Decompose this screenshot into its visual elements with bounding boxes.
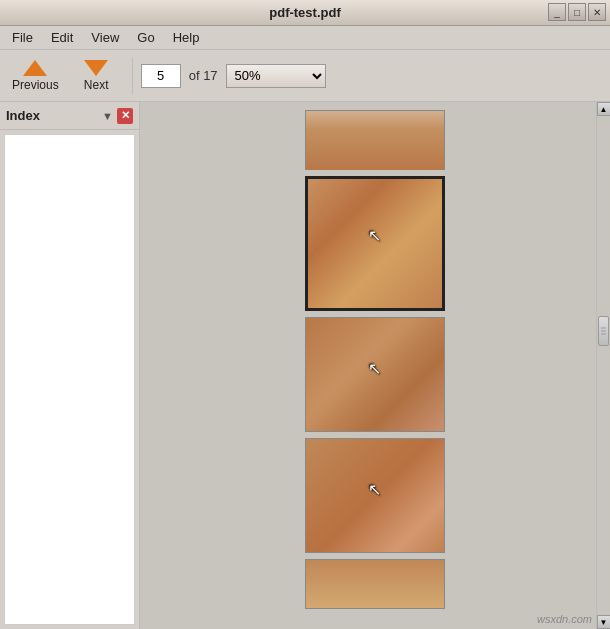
next-label: Next xyxy=(84,78,109,92)
next-arrow-icon xyxy=(84,60,108,76)
scroll-track[interactable] xyxy=(597,116,610,615)
maximize-button[interactable]: □ xyxy=(568,3,586,21)
toolbar: Previous Next of 17 50% 75% 100% 125% 15… xyxy=(0,50,610,102)
pdf-pages: ↖ ↖ ↖ xyxy=(305,106,445,613)
menu-edit[interactable]: Edit xyxy=(43,28,81,47)
sidebar-content xyxy=(4,134,135,625)
previous-label: Previous xyxy=(12,78,59,92)
sidebar-title: Index xyxy=(6,108,102,123)
menu-go[interactable]: Go xyxy=(129,28,162,47)
scroll-thumb[interactable] xyxy=(598,316,609,346)
title-bar: pdf-test.pdf _ □ ✕ xyxy=(0,0,610,26)
pdf-page-partial-top xyxy=(305,110,445,170)
pdf-page-selected[interactable]: ↖ xyxy=(305,176,445,311)
pdf-page-partial-bottom xyxy=(305,559,445,609)
sidebar-header: Index ▼ ✕ xyxy=(0,102,139,130)
previous-button[interactable]: Previous xyxy=(6,58,65,94)
scroll-grip xyxy=(601,327,606,334)
scroll-up-button[interactable]: ▲ xyxy=(597,102,611,116)
scroll-down-button[interactable]: ▼ xyxy=(597,615,611,629)
previous-arrow-icon xyxy=(23,60,47,76)
pdf-viewer[interactable]: ↖ ↖ ↖ ▲ xyxy=(140,102,610,629)
window-title: pdf-test.pdf xyxy=(269,5,340,20)
zoom-select[interactable]: 50% 75% 100% 125% 150% 200% xyxy=(226,64,326,88)
sidebar: Index ▼ ✕ xyxy=(0,102,140,629)
pdf-page-1[interactable]: ↖ xyxy=(305,317,445,432)
menu-help[interactable]: Help xyxy=(165,28,208,47)
close-button[interactable]: ✕ xyxy=(588,3,606,21)
next-button[interactable]: Next xyxy=(69,58,124,94)
watermark: wsxdn.com xyxy=(537,613,592,625)
page-of-label: of 17 xyxy=(189,68,218,83)
sidebar-close-button[interactable]: ✕ xyxy=(117,108,133,124)
pdf-page-2[interactable]: ↖ xyxy=(305,438,445,553)
minimize-button[interactable]: _ xyxy=(548,3,566,21)
viewer-scrollbar[interactable]: ▲ ▼ xyxy=(596,102,610,629)
main-area: Index ▼ ✕ ↖ ↖ xyxy=(0,102,610,629)
menu-bar: File Edit View Go Help xyxy=(0,26,610,50)
window-controls: _ □ ✕ xyxy=(548,3,606,21)
sidebar-expand-icon[interactable]: ▼ xyxy=(102,110,113,122)
page-number-input[interactable] xyxy=(141,64,181,88)
menu-file[interactable]: File xyxy=(4,28,41,47)
toolbar-separator xyxy=(132,58,133,94)
pdf-scroll-area[interactable]: ↖ ↖ ↖ ▲ xyxy=(140,102,610,629)
menu-view[interactable]: View xyxy=(83,28,127,47)
